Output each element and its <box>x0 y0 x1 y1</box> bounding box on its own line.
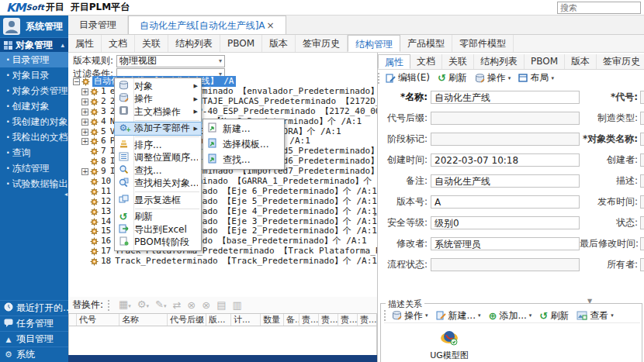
close-tab-icon[interactable]: × <box>267 20 275 31</box>
tab-catalog-mgmt[interactable]: 目录管理 <box>68 16 128 34</box>
expand-box-icon[interactable]: + <box>81 138 88 145</box>
submenu-item-find[interactable]: 查找... <box>203 152 284 167</box>
menu-item-reorder[interactable]: 调整位置顺序... <box>115 152 201 165</box>
menu-item-sort[interactable]: 排序... <box>115 139 201 152</box>
edit-menu-icon[interactable]: ✎▾ <box>155 299 166 312</box>
collapse-box-icon[interactable]: − <box>73 78 80 85</box>
swap-icon[interactable]: ⇄ <box>172 300 181 311</box>
user-row[interactable]: 系统管理 <box>0 16 68 37</box>
expand-box-icon[interactable]: + <box>81 98 88 105</box>
add-object-icon[interactable]: ▦▾ <box>119 299 131 312</box>
status-field[interactable] <box>640 216 644 229</box>
sidebar-item-freeze-mgmt[interactable]: 冻结管理 <box>0 160 68 176</box>
security-level-field[interactable]: 级别0 <box>431 216 580 229</box>
rtab-approval-history[interactable]: 签审历史 <box>597 54 644 69</box>
object-class-field[interactable] <box>640 133 644 146</box>
stage-mark-field[interactable] <box>431 133 580 146</box>
table-header-unit[interactable]: 计... <box>231 314 261 326</box>
paste-icon[interactable]: ▥ <box>232 300 241 311</box>
menu-item-refresh[interactable]: ↺ 刷新 <box>115 211 201 224</box>
version-field[interactable]: A <box>431 195 580 209</box>
sidebar-item-create-object[interactable]: 创建对象 <box>0 98 68 114</box>
relation-item-ug-model[interactable]: UG模型图 <box>426 329 473 361</box>
menu-item-find-related[interactable]: 查找相关对象... <box>115 178 201 191</box>
sidebar-item-system[interactable]: ⚙ 系统 <box>0 346 68 362</box>
submenu-item-new[interactable]: 新建... <box>203 121 284 136</box>
table-header-extra[interactable]: 责... <box>338 314 358 326</box>
release-time-field[interactable] <box>640 195 644 209</box>
menu-item-export-excel[interactable]: 导出到Excel <box>115 223 201 236</box>
gear-menu-icon[interactable]: ⚙▾ <box>137 299 149 312</box>
menu-item-find[interactable]: 查找... <box>115 164 201 178</box>
description-field[interactable] <box>640 174 644 188</box>
last-modified-field[interactable] <box>640 237 644 250</box>
sidebar-item-object-catalog[interactable]: 对象目录 <box>0 67 68 83</box>
edit-button[interactable]: 编辑(E) <box>386 71 430 84</box>
tab-versions[interactable]: 版本 <box>262 35 296 52</box>
sidebar-item-recent[interactable]: 最近打开的… ▾ <box>0 300 68 315</box>
rtab-relations[interactable]: 关联 <box>442 54 474 69</box>
expand-box-icon[interactable]: + <box>81 109 88 115</box>
code-suffix-field[interactable] <box>431 112 580 125</box>
sidebar-group-object-mgmt[interactable]: 对象管理 ▴ <box>0 37 68 52</box>
tab-structure-mgmt[interactable]: 结构管理 <box>348 35 400 52</box>
remove-icon[interactable]: ⊗ <box>187 300 196 311</box>
table-header-qty[interactable]: 数量 <box>261 314 284 326</box>
tab-relations[interactable]: 关联 <box>135 35 168 52</box>
tree-row[interactable]: 18Track_Predeterminado 【Track_Predetermi… <box>68 257 377 267</box>
menu-item-add-child-part[interactable]: ⚙+ 添加子零部件 ▶ <box>115 122 201 136</box>
relation-operate-button[interactable]: 操作 ▾ <box>392 309 428 322</box>
rtab-structure-list[interactable]: 结构列表 <box>474 54 525 69</box>
sidebar-item-my-created[interactable]: 我创建的对象 <box>0 114 68 129</box>
remove-icon[interactable]: ⊗ <box>202 300 210 311</box>
expand-box-icon[interactable]: + <box>81 88 88 95</box>
expand-box-icon[interactable]: + <box>81 119 88 126</box>
modifier-field[interactable]: 系统管理员 <box>431 237 580 250</box>
tab-documents[interactable]: 文档 <box>102 35 135 52</box>
relation-refresh-button[interactable]: ↺ 刷新 <box>539 309 569 322</box>
sidebar-item-object-classify[interactable]: 对象分类管理 <box>0 83 68 98</box>
expand-box-icon[interactable]: + <box>81 168 88 175</box>
mfg-type-field[interactable] <box>640 112 644 125</box>
layout-button[interactable]: 布局 ▾ <box>518 71 554 84</box>
sidebar-item-catalog-mgmt[interactable]: 目录管理 <box>0 52 68 67</box>
sidebar-item-project-mgmt[interactable]: ▲ 项目管理 <box>0 331 68 346</box>
tab-attributes[interactable]: 属性 <box>68 35 102 52</box>
tab-pbom[interactable]: PBOM <box>220 35 262 52</box>
search-input[interactable] <box>557 2 641 14</box>
table-header-extra[interactable]: 责... <box>299 314 319 326</box>
tab-structure-list[interactable]: 结构列表 <box>168 35 220 52</box>
menu-item-main-doc[interactable]: 主文档操作 ▶ <box>115 105 201 119</box>
expand-box-icon[interactable]: + <box>81 129 88 136</box>
creator-field[interactable] <box>640 153 644 167</box>
table-header-version[interactable]: 版... <box>206 314 231 326</box>
tab-product-model[interactable]: 产品模型 <box>400 35 452 52</box>
rtab-versions[interactable]: 版本 <box>565 54 597 69</box>
version-rule-select[interactable]: 物理视图 ▾ <box>116 55 225 67</box>
table-header-extra[interactable]: 责... <box>358 314 376 326</box>
table-header-extra[interactable]: 责... <box>319 314 338 326</box>
table-header-suffix[interactable]: 代号后缀 <box>168 314 206 326</box>
create-time-field[interactable]: 2022-03-07 10:18 <box>431 153 580 167</box>
process-status-field[interactable] <box>431 258 580 271</box>
sidebar-item-query[interactable]: 查询 <box>0 145 68 160</box>
tab-production-line[interactable]: 自动化生产线[自动化生产线]A× <box>128 16 286 34</box>
menu-item-pbom-stage[interactable]: PBOM转阶段 <box>115 236 201 250</box>
relation-new-button[interactable]: 新建... ▾ <box>436 309 481 322</box>
relation-view-button[interactable]: 查看 ▾ <box>576 309 614 322</box>
sidebar-item-my-checkout[interactable]: 我检出的文档 <box>0 129 68 145</box>
sidebar-item-test-data[interactable]: 试验数据输出… <box>0 176 68 191</box>
remark-field[interactable]: 自动化生产线 <box>431 174 580 188</box>
menu-item-operate[interactable]: 操作 ▶ <box>115 93 201 106</box>
rtab-pbom[interactable]: PBOM <box>525 54 565 69</box>
tab-approval-history[interactable]: 签审历史 <box>296 35 348 52</box>
code-field[interactable] <box>640 91 644 104</box>
table-header-code[interactable]: 代号 <box>77 314 119 326</box>
table-header-name[interactable]: 名称 <box>119 314 168 326</box>
rtab-attributes[interactable]: 属性 <box>378 54 410 69</box>
collapse-up-icon[interactable]: ▴ <box>61 41 64 49</box>
rtab-documents[interactable]: 文档 <box>410 54 442 69</box>
owner-field[interactable] <box>640 258 644 271</box>
menu-item-show-checkbox[interactable]: 显示复选框 <box>115 194 201 207</box>
refresh-button[interactable]: ↺ 刷新 <box>438 71 467 84</box>
